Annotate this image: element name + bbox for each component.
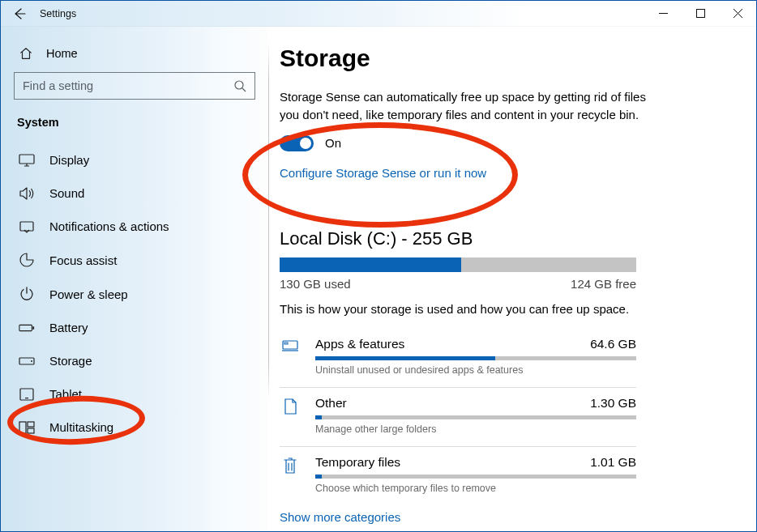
window-title: Settings (38, 8, 76, 19)
search-box[interactable] (14, 72, 255, 100)
disk-usage-fill (280, 257, 461, 272)
disk-usage-bar (280, 257, 636, 272)
svg-rect-14 (284, 343, 288, 344)
sidebar-item-label: Sound (49, 186, 84, 200)
storage-icon (19, 356, 35, 366)
home-nav[interactable]: Home (14, 41, 255, 72)
configure-storage-sense-link[interactable]: Configure Storage Sense or run it now (280, 166, 486, 180)
category-bar (315, 356, 636, 360)
sidebar: Home System Display Sound Notifications … (1, 27, 268, 531)
svg-rect-4 (19, 325, 32, 330)
sidebar-item-battery[interactable]: Battery (14, 311, 255, 344)
home-label: Home (46, 47, 78, 60)
show-more-link[interactable]: Show more categories (280, 510, 400, 524)
category-name: Temporary files (315, 455, 400, 470)
svg-rect-5 (32, 326, 34, 330)
search-input[interactable] (23, 79, 233, 92)
toggle-state-label: On (325, 136, 341, 150)
toggle-knob (300, 138, 311, 149)
focus-assist-icon (19, 253, 35, 267)
storage-sense-toggle[interactable] (280, 135, 314, 151)
sidebar-item-label: Display (49, 153, 89, 167)
display-icon (19, 154, 35, 167)
other-icon (280, 398, 301, 435)
sidebar-item-label: Focus assist (49, 253, 117, 267)
group-heading: System (14, 116, 255, 143)
sidebar-item-notifications[interactable]: Notifications & actions (14, 210, 255, 243)
battery-icon (19, 322, 35, 334)
category-sub: Manage other large folders (315, 423, 636, 435)
apps-icon (280, 338, 301, 376)
category-bar (315, 475, 636, 479)
minimize-button[interactable] (644, 1, 682, 26)
category-list: Apps & features64.6 GB Uninstall unused … (280, 329, 636, 500)
category-sub: Choose which temporary files to remove (315, 483, 636, 494)
category-bar (315, 415, 636, 419)
tablet-icon (19, 388, 35, 401)
category-apps[interactable]: Apps & features64.6 GB Uninstall unused … (280, 329, 636, 382)
main-container: Home System Display Sound Notifications … (1, 27, 756, 531)
sidebar-item-label: Storage (49, 354, 92, 368)
storage-sense-desc: Storage Sense can automatically free up … (280, 88, 652, 124)
power-icon (19, 287, 35, 301)
minimize-icon (659, 9, 668, 18)
disk-free-label: 124 GB free (571, 277, 636, 291)
maximize-icon (696, 9, 705, 18)
disk-heading: Local Disk (C:) - 255 GB (280, 228, 727, 249)
svg-rect-11 (28, 422, 34, 427)
category-name: Apps & features (315, 337, 404, 351)
titlebar: Settings (1, 1, 756, 27)
sidebar-item-label: Battery (49, 321, 88, 334)
sidebar-item-storage[interactable]: Storage (14, 344, 255, 377)
close-icon (733, 9, 742, 18)
disk-used-label: 130 GB used (280, 277, 351, 291)
disk-labels: 130 GB used 124 GB free (280, 277, 636, 291)
sidebar-item-label: Notifications & actions (49, 219, 169, 233)
maximize-button[interactable] (682, 1, 719, 26)
close-button[interactable] (719, 1, 756, 26)
category-sub: Uninstall unused or undesired apps & fea… (315, 364, 636, 376)
category-size: 64.6 GB (590, 337, 636, 351)
svg-rect-0 (696, 10, 704, 18)
svg-rect-3 (20, 222, 33, 231)
content: Storage Storage Sense can automatically … (268, 27, 756, 531)
category-other[interactable]: Other1.30 GB Manage other large folders (280, 388, 636, 441)
sidebar-item-label: Multitasking (49, 420, 113, 434)
page-title: Storage (280, 45, 727, 72)
sound-icon (19, 187, 35, 200)
arrow-left-icon (13, 7, 26, 20)
back-button[interactable] (1, 1, 38, 26)
nav-list: Display Sound Notifications & actions Fo… (14, 143, 255, 444)
svg-point-1 (235, 81, 243, 89)
sidebar-item-label: Tablet (49, 387, 82, 401)
category-size: 1.30 GB (590, 396, 636, 411)
sidebar-item-sound[interactable]: Sound (14, 177, 255, 210)
svg-rect-9 (25, 398, 28, 398)
sidebar-item-power[interactable]: Power & sleep (14, 277, 255, 311)
svg-rect-12 (28, 428, 34, 433)
category-temp[interactable]: Temporary files1.01 GB Choose which temp… (280, 447, 636, 500)
sidebar-item-focus[interactable]: Focus assist (14, 243, 255, 277)
svg-point-7 (31, 360, 32, 362)
category-name: Other (315, 396, 347, 411)
disk-desc: This is how your storage is used and how… (280, 302, 727, 316)
svg-rect-10 (19, 422, 26, 433)
svg-rect-2 (19, 155, 34, 164)
multitasking-icon (19, 421, 35, 434)
storage-sense-toggle-row: On (280, 135, 727, 151)
sidebar-item-tablet[interactable]: Tablet (14, 377, 255, 411)
category-size: 1.01 GB (590, 455, 636, 470)
notifications-icon (19, 220, 35, 233)
search-icon (233, 79, 246, 92)
home-icon (19, 46, 33, 61)
trash-icon (280, 457, 301, 494)
sidebar-item-display[interactable]: Display (14, 143, 255, 177)
sidebar-item-label: Power & sleep (49, 287, 128, 301)
sidebar-item-multitasking[interactable]: Multitasking (14, 411, 255, 444)
